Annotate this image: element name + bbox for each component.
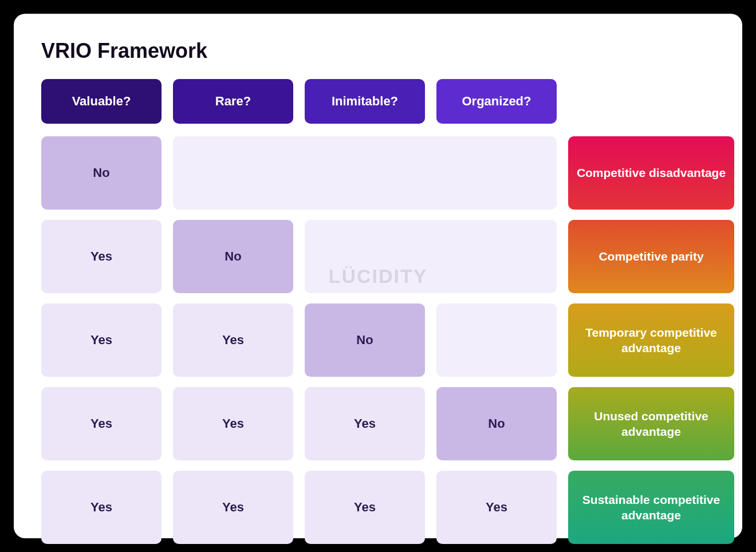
yes-cell: Yes [41, 387, 162, 460]
outcome-cell: Sustainable competitive advantage [568, 471, 734, 544]
header-inimitable: Inimitable? [305, 79, 425, 124]
header-row: Valuable? Rare? Inimitable? Organized? [41, 79, 715, 124]
blank-cell [173, 136, 557, 210]
blank-cell [305, 220, 557, 293]
no-cell: No [173, 220, 293, 293]
outcome-cell: Competitive parity [568, 220, 734, 293]
framework-card: VRIO Framework Valuable? Rare? Inimitabl… [14, 14, 742, 538]
header-valuable: Valuable? [41, 79, 162, 124]
outcome-cell: Temporary competitive advantage [568, 303, 734, 377]
yes-cell: Yes [41, 303, 162, 377]
blank-cell [436, 303, 557, 377]
outcome-cell: Competitive disadvantage [568, 136, 734, 210]
no-cell: No [41, 136, 162, 210]
no-cell: No [305, 303, 425, 377]
yes-cell: Yes [436, 471, 557, 544]
header-organized: Organized? [436, 79, 557, 124]
header-rare: Rare? [173, 79, 293, 124]
outcome-cell: Unused competitive advantage [568, 387, 734, 460]
yes-cell: Yes [173, 387, 293, 460]
no-cell: No [436, 387, 557, 460]
yes-cell: Yes [305, 387, 425, 460]
yes-cell: Yes [173, 303, 293, 377]
yes-cell: Yes [305, 471, 425, 544]
yes-cell: Yes [41, 471, 162, 544]
yes-cell: Yes [41, 220, 162, 293]
yes-cell: Yes [173, 471, 293, 544]
vrio-grid: NoCompetitive disadvantageYesNoCompetiti… [41, 136, 715, 544]
page-title: VRIO Framework [41, 39, 715, 63]
